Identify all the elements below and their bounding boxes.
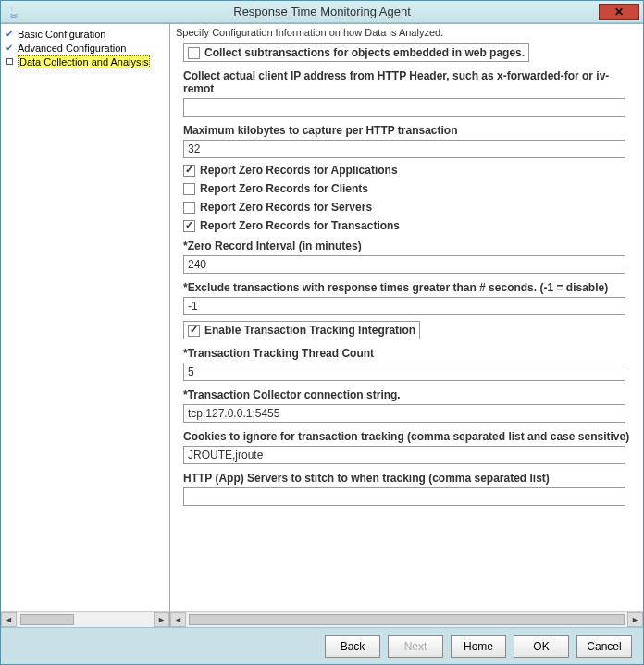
scroll-left-icon[interactable]: ◄ [1,612,17,627]
checkbox-label: Report Zero Records for Applications [200,164,398,177]
tt-collector-label: *Transaction Collector connection string… [183,388,638,401]
home-button[interactable]: Home [451,635,506,658]
scroll-left-icon[interactable]: ◄ [170,612,186,627]
sidebar-item-basic-configuration[interactable]: ✔ Basic Configuration [3,27,167,41]
check-icon: ✔ [5,43,14,53]
sidebar-hscrollbar[interactable]: ◄ ► [1,611,169,627]
scroll-track[interactable] [17,612,154,627]
checkbox-label: Report Zero Records for Clients [200,182,368,195]
window-title: Response Time Monitoring Agent [1,5,643,18]
tt-thread-label: *Transaction Tracking Thread Count [183,347,638,360]
max-kb-label: Maximum kilobytes to capture per HTTP tr… [183,124,638,137]
checkbox-icon [183,165,195,177]
checkbox-icon [188,325,200,337]
close-icon: ✕ [614,6,624,18]
max-kb-input[interactable] [183,140,625,158]
next-button[interactable]: Next [388,635,443,658]
checkbox-icon [183,220,195,232]
cookies-label: Cookies to ignore for transaction tracki… [183,430,638,443]
scroll-thumb[interactable] [189,614,625,625]
scroll-track[interactable] [186,612,627,627]
report-zero-clients-checkbox[interactable]: Report Zero Records for Clients [183,182,638,195]
footer: Back Next Home OK Cancel [1,627,643,664]
scroll-right-icon[interactable]: ► [154,612,169,627]
tt-thread-input[interactable] [183,363,625,381]
back-button[interactable]: Back [325,635,380,658]
http-servers-input[interactable] [183,487,625,506]
form: Collect subtransactions for objects embe… [170,40,643,611]
cookies-input[interactable] [183,446,625,464]
sidebar-item-data-collection[interactable]: Data Collection and Analysis [3,55,167,68]
report-zero-applications-checkbox[interactable]: Report Zero Records for Applications [183,164,638,177]
content-area: ✔ Basic Configuration ✔ Advanced Configu… [1,23,643,627]
sidebar-item-advanced-configuration[interactable]: ✔ Advanced Configuration [3,41,167,55]
exclude-input[interactable] [183,297,625,315]
scroll-right-icon[interactable]: ► [627,612,643,627]
checkbox-label: Collect subtransactions for objects embe… [204,46,525,59]
sidebar-item-label: Data Collection and Analysis [18,55,150,68]
main-hscrollbar[interactable]: ◄ ► [170,611,643,627]
tt-collector-input[interactable] [183,404,625,423]
main-panel: Specify Configuration Information on how… [170,24,643,627]
exclude-label: *Exclude transactions with response time… [183,281,638,294]
sidebar-list: ✔ Basic Configuration ✔ Advanced Configu… [1,24,169,611]
checkbox-label: Report Zero Records for Servers [200,201,372,214]
sidebar-item-label: Advanced Configuration [18,43,126,54]
ok-button[interactable]: OK [514,635,569,658]
scroll-thumb[interactable] [20,614,74,625]
sidebar: ✔ Basic Configuration ✔ Advanced Configu… [1,24,170,627]
client-ip-label: Collect actual client IP address from HT… [183,69,638,95]
check-icon: ✔ [5,30,14,39]
main-description: Specify Configuration Information on how… [170,24,643,40]
zero-interval-label: *Zero Record Interval (in minutes) [183,240,638,252]
checkbox-icon [183,202,195,214]
zero-interval-input[interactable] [183,255,625,274]
http-servers-label: HTTP (App) Servers to stitch to when tra… [183,472,638,485]
cancel-button[interactable]: Cancel [576,635,632,658]
collect-subtransactions-checkbox[interactable]: Collect subtransactions for objects embe… [183,43,529,62]
client-ip-input[interactable] [183,98,625,117]
titlebar: Response Time Monitoring Agent ✕ [1,1,643,23]
checkbox-icon [183,183,195,195]
report-zero-servers-checkbox[interactable]: Report Zero Records for Servers [183,201,638,214]
sidebar-item-label: Basic Configuration [18,29,105,40]
close-button[interactable]: ✕ [599,4,639,20]
box-icon [5,57,14,67]
checkbox-label: Report Zero Records for Transactions [200,219,400,232]
report-zero-transactions-checkbox[interactable]: Report Zero Records for Transactions [183,219,638,232]
checkbox-icon [188,47,200,59]
checkbox-label: Enable Transaction Tracking Integration [204,324,415,337]
java-icon [6,5,21,19]
window: Response Time Monitoring Agent ✕ ✔ Basic… [0,0,644,665]
enable-tt-checkbox[interactable]: Enable Transaction Tracking Integration [183,321,420,339]
